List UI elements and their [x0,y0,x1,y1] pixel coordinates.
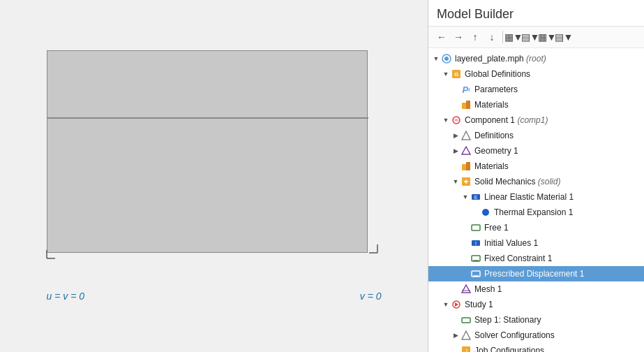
tree-label-definitions: Definitions [474,131,514,140]
svg-rect-13 [462,164,466,170]
tree-label-parameters: Parameters [474,85,518,94]
tree-item-component1[interactable]: Component 1 (comp1) [428,112,644,128]
tree-label-materials-global: Materials [474,100,509,110]
svg-point-5 [444,57,449,61]
thermal-expansion-icon [480,207,491,218]
parameters-icon: Pi [460,84,472,95]
svg-marker-12 [462,147,470,154]
tree-item-materials[interactable]: Materials [428,159,644,174]
svg-rect-8 [462,103,466,109]
tree-label-initial-values: Initial Values 1 [484,238,538,248]
view-button-2[interactable]: ▤▼ [523,29,538,45]
view-button-1[interactable]: ▦▼ [506,29,521,45]
tree-arrow-linear-elastic[interactable] [460,192,470,202]
materials-icon [460,161,472,172]
tree-item-free1[interactable]: Free 1 [428,220,644,235]
tree-item-initial-values[interactable]: I Initial Values 1 [428,235,644,251]
tree-label-solid-mechanics: Solid Mechanics (solid) [474,177,560,186]
tree-item-solver-config[interactable]: Solver Configurations [428,328,644,343]
tree-arrow-solver-config[interactable] [451,330,460,340]
root-icon [441,53,452,64]
tree-arrow-definitions[interactable] [451,131,460,140]
up-button[interactable]: ↑ [467,29,483,45]
svg-text:G: G [454,71,458,78]
study1-icon [451,299,462,310]
job-config-icon: J [460,345,472,352]
svg-rect-9 [466,101,470,109]
tree-item-solid-mechanics[interactable]: Solid Mechanics (solid) [428,174,644,189]
tree-label-root: layered_plate.mph (root) [455,54,546,64]
diagram-divider-line [47,117,368,119]
forward-button[interactable]: → [451,29,466,45]
tree-label-mesh1: Mesh 1 [474,284,502,294]
tree-arrow-root[interactable] [431,54,441,64]
tree-label-global-defs: Global Definitions [465,69,530,79]
tree-item-global-defs[interactable]: G Global Definitions [428,66,644,82]
model-builder-toolbar: ← → ↑ ↓ ▦▼ ▤▼ ▦▼ ▤▼ [428,27,644,48]
back-button[interactable]: ← [434,29,449,45]
tree-item-materials-global[interactable]: Materials [428,97,644,112]
initial-values-icon: I [470,237,481,249]
tree-item-definitions[interactable]: Definitions [428,128,644,143]
tree-arrow-solid-mechanics[interactable] [451,177,460,186]
tree-arrow-study1[interactable] [441,300,451,309]
view-button-3[interactable]: ▦▼ [539,29,555,45]
tree-item-job-config[interactable]: J Job Configurations [428,343,644,352]
svg-text:E: E [474,195,478,200]
free1-icon [470,222,481,233]
diagram-label-right: v = 0 [360,291,382,302]
svg-rect-14 [466,162,470,170]
mesh1-icon [460,284,472,295]
tree-arrow-component1[interactable] [441,115,451,125]
svg-rect-31 [462,318,470,323]
fixed-constraint-icon [470,253,481,264]
tree-item-geometry1[interactable]: Geometry 1 [428,143,644,159]
definitions-icon [460,130,472,141]
tree-item-root[interactable]: layered_plate.mph (root) [428,51,644,66]
tree-item-mesh1[interactable]: Mesh 1 [428,281,644,297]
diagram-area: u = v = 0 v = 0 [47,50,382,302]
solver-config-icon [460,330,472,341]
svg-marker-32 [462,331,470,339]
tree-label-component1: Component 1 (comp1) [465,115,548,125]
view-button-4[interactable]: ▤▼ [556,29,571,45]
tree-item-linear-elastic[interactable]: E Linear Elastic Material 1 [428,189,644,205]
tree-label-linear-elastic: Linear Elastic Material 1 [484,192,574,202]
tree-label-thermal-expansion: Thermal Expansion 1 [494,207,573,217]
tree-label-materials: Materials [474,161,509,171]
tree-item-prescribed-displacement[interactable]: Prescribed Displacement 1 [428,266,644,281]
tree-label-study1: Study 1 [465,300,493,309]
diagram-label-left: u = v = 0 [47,291,84,302]
svg-marker-28 [462,285,470,293]
tree-item-step1[interactable]: Step 1: Stationary [428,312,644,328]
tree-item-thermal-expansion[interactable]: Thermal Expansion 1 [428,205,644,220]
svg-marker-11 [462,131,470,140]
model-tree[interactable]: layered_plate.mph (root) G Global Defini… [428,48,644,352]
svg-text:I: I [475,241,477,246]
tree-label-fixed-constraint: Fixed Constraint 1 [484,254,552,263]
tree-label-free1: Free 1 [484,223,509,233]
solid-mechanics-icon [460,176,472,187]
down-button[interactable]: ↓ [484,29,500,45]
right-support-icon [365,243,379,257]
diagram-rect [47,50,368,253]
geometry1-icon [460,145,472,156]
prescribed-displacement-icon [470,268,481,279]
component1-icon [451,115,462,126]
tree-label-geometry1: Geometry 1 [474,146,518,156]
svg-rect-21 [472,225,480,230]
tree-item-parameters[interactable]: Pi Parameters [428,82,644,97]
step1-icon [460,314,472,325]
tree-arrow-global-defs[interactable] [441,69,451,79]
tree-item-fixed-constraint[interactable]: Fixed Constraint 1 [428,251,644,266]
model-builder-panel: Model Builder ← → ↑ ↓ ▦▼ ▤▼ ▦▼ ▤▼ layere… [428,0,644,352]
svg-point-20 [482,209,489,216]
tree-item-study1[interactable]: Study 1 [428,297,644,312]
tree-label-prescribed-displacement: Prescribed Displacement 1 [484,269,584,279]
linear-elastic-icon: E [470,191,481,203]
tree-arrow-geometry1[interactable] [451,146,460,156]
materials-global-icon [460,99,472,110]
global-defs-icon: G [451,68,462,80]
tree-label-solver-config: Solver Configurations [474,330,555,340]
left-support-icon [45,249,59,263]
